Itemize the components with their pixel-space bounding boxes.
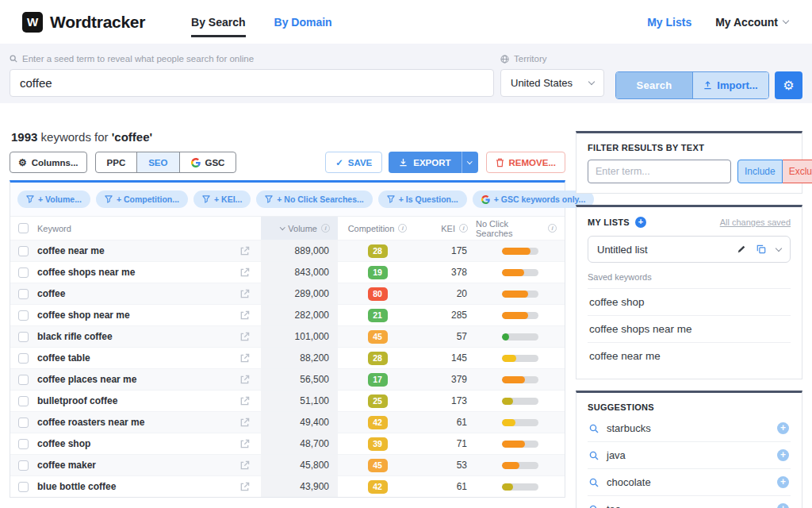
filter-term-input[interactable] bbox=[588, 160, 731, 183]
competition-badge: 21 bbox=[368, 309, 388, 322]
volume-cell: 88,200 bbox=[261, 348, 338, 368]
remove-button[interactable]: REMOVE... bbox=[486, 152, 565, 173]
list-selector[interactable]: Untitled list bbox=[588, 236, 791, 263]
my-account-menu[interactable]: My Account bbox=[715, 16, 788, 29]
all-changes-saved-link[interactable]: All changes saved bbox=[720, 217, 791, 227]
info-icon[interactable]: i bbox=[548, 224, 557, 233]
filter-pill[interactable]: + No Click Searches... bbox=[256, 190, 372, 208]
saved-keyword-item[interactable]: coffee near me bbox=[588, 343, 791, 369]
external-link-icon[interactable] bbox=[239, 460, 261, 471]
header-kei[interactable]: KEI i bbox=[417, 217, 476, 240]
keyword-label: coffee places near me bbox=[37, 374, 136, 385]
tab-ppc[interactable]: PPC bbox=[96, 152, 137, 172]
kei-cell: 379 bbox=[417, 369, 476, 390]
pencil-icon[interactable] bbox=[737, 244, 746, 254]
keyword-label: black rifle coffee bbox=[37, 331, 113, 342]
territory-select[interactable]: United States bbox=[500, 69, 604, 97]
chevron-down-icon[interactable] bbox=[776, 244, 782, 251]
columns-label: Columns... bbox=[32, 158, 79, 167]
external-link-icon[interactable] bbox=[239, 396, 261, 406]
select-all-checkbox[interactable] bbox=[18, 223, 29, 233]
my-lists-link[interactable]: My Lists bbox=[647, 16, 691, 29]
filter-pill[interactable]: + Is Question... bbox=[378, 190, 467, 208]
competition-badge: 17 bbox=[368, 373, 388, 387]
external-link-icon[interactable] bbox=[239, 332, 261, 342]
add-suggestion-button[interactable]: + bbox=[777, 476, 789, 488]
external-link-icon[interactable] bbox=[239, 289, 261, 299]
wordtracker-logo[interactable]: W Wordtracker bbox=[22, 12, 145, 33]
no-click-bar bbox=[502, 419, 538, 426]
suggestion-item[interactable]: tea+ bbox=[588, 496, 791, 508]
header-volume[interactable]: Volume i bbox=[261, 217, 338, 240]
row-checkbox[interactable] bbox=[18, 267, 29, 278]
include-button[interactable]: Include bbox=[737, 160, 783, 183]
external-link-icon[interactable] bbox=[239, 310, 261, 321]
table-row: coffee289,0008020 bbox=[10, 283, 565, 304]
copy-icon[interactable] bbox=[756, 244, 766, 254]
suggestion-item[interactable]: chocolate+ bbox=[588, 469, 791, 496]
suggestion-item[interactable]: java+ bbox=[588, 442, 791, 469]
external-link-icon[interactable] bbox=[239, 439, 261, 449]
filter-pill[interactable]: + KEI... bbox=[193, 190, 251, 208]
trash-icon bbox=[496, 158, 504, 167]
external-link-icon[interactable] bbox=[239, 418, 261, 428]
info-icon[interactable]: i bbox=[321, 224, 330, 233]
row-checkbox[interactable] bbox=[18, 418, 29, 428]
row-checkbox[interactable] bbox=[18, 375, 29, 385]
suggestions-panel: SUGGESTIONS starbucks+java+chocolate+tea… bbox=[576, 391, 802, 508]
import-button[interactable]: Import... bbox=[692, 72, 768, 98]
tab-seo[interactable]: SEO bbox=[136, 152, 178, 172]
external-link-icon[interactable] bbox=[239, 353, 261, 364]
wordtracker-logo-icon: W bbox=[22, 12, 43, 33]
export-button[interactable]: EXPORT bbox=[389, 152, 477, 173]
header-competition[interactable]: Competition i bbox=[338, 217, 417, 240]
my-account-label: My Account bbox=[715, 16, 778, 29]
row-checkbox[interactable] bbox=[18, 332, 29, 342]
row-checkbox[interactable] bbox=[18, 396, 29, 406]
row-checkbox[interactable] bbox=[18, 246, 29, 256]
filter-pill[interactable]: + Volume... bbox=[17, 190, 90, 208]
row-checkbox[interactable] bbox=[18, 482, 29, 492]
row-checkbox[interactable] bbox=[18, 353, 29, 364]
seed-input[interactable] bbox=[10, 69, 494, 97]
table-row: coffee table88,20028145 bbox=[10, 347, 565, 368]
tab-by-domain[interactable]: By Domain bbox=[274, 0, 332, 44]
keyword-label: coffee shop bbox=[37, 438, 90, 449]
external-link-icon[interactable] bbox=[239, 246, 261, 256]
row-checkbox[interactable] bbox=[18, 310, 29, 321]
settings-gear-button[interactable]: ⚙ bbox=[775, 71, 802, 99]
tab-gsc[interactable]: GSC bbox=[179, 152, 236, 172]
save-button[interactable]: ✓ SAVE bbox=[325, 152, 382, 173]
suggestion-item[interactable]: starbucks+ bbox=[588, 415, 791, 442]
table-row: coffee shop near me282,00021285 bbox=[10, 304, 565, 325]
info-icon[interactable]: i bbox=[398, 224, 407, 233]
tab-by-search[interactable]: By Search bbox=[191, 0, 245, 44]
export-dropdown-button[interactable] bbox=[462, 152, 478, 173]
results-term: 'coffee' bbox=[112, 130, 152, 144]
row-checkbox[interactable] bbox=[18, 439, 29, 449]
row-checkbox[interactable] bbox=[18, 460, 29, 471]
external-link-icon[interactable] bbox=[239, 375, 261, 385]
columns-button[interactable]: ⚙ Columns... bbox=[10, 152, 87, 173]
header-no-click[interactable]: No Click Searches i bbox=[476, 217, 565, 240]
saved-keyword-item[interactable]: coffee shops near me bbox=[588, 316, 791, 343]
add-suggestion-button[interactable]: + bbox=[777, 422, 789, 434]
add-suggestion-button[interactable]: + bbox=[777, 503, 789, 508]
add-list-button[interactable]: + bbox=[635, 217, 646, 228]
info-icon[interactable]: i bbox=[459, 224, 468, 233]
external-link-icon[interactable] bbox=[239, 267, 261, 278]
external-link-icon[interactable] bbox=[239, 482, 261, 492]
kei-cell: 378 bbox=[417, 262, 476, 283]
keyword-label: bulletproof coffee bbox=[37, 395, 117, 406]
row-checkbox[interactable] bbox=[18, 289, 29, 299]
exclude-button[interactable]: Exclude bbox=[783, 160, 812, 183]
add-suggestion-button[interactable]: + bbox=[777, 449, 789, 461]
competition-badge: 28 bbox=[368, 244, 388, 258]
gear-icon: ⚙ bbox=[783, 78, 794, 93]
competition-badge: 80 bbox=[368, 287, 388, 301]
competition-badge: 25 bbox=[368, 394, 388, 408]
search-button[interactable]: Search bbox=[616, 72, 692, 98]
saved-keyword-item[interactable]: coffee shop bbox=[588, 289, 791, 316]
filter-pill[interactable]: + Competition... bbox=[96, 190, 188, 208]
gear-icon: ⚙ bbox=[18, 157, 27, 168]
